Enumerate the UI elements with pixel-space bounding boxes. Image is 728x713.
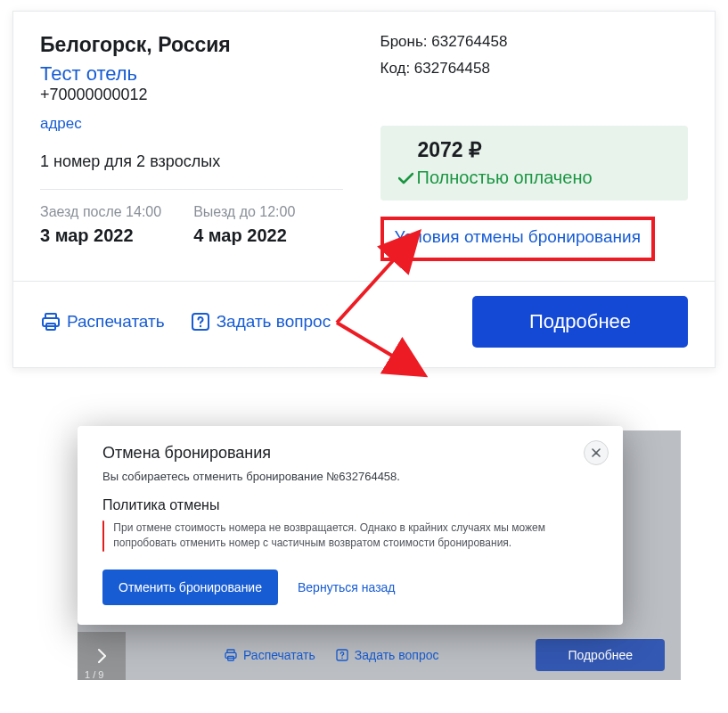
guests-summary: 1 номер для 2 взрослых [40, 152, 343, 171]
print-icon [40, 311, 61, 332]
booking-number: Бронь: 632764458 [380, 33, 689, 51]
svg-rect-1 [43, 318, 59, 326]
close-button[interactable] [584, 440, 609, 465]
divider [40, 189, 343, 190]
modal-title: Отмена бронирования [102, 444, 598, 463]
carousel-count: 1 / 9 [85, 669, 103, 680]
svg-point-11 [341, 658, 343, 660]
ask-question-action-sm[interactable]: Задать вопрос [335, 648, 439, 662]
price: 2072 ₽ [418, 138, 671, 162]
print-action-sm[interactable]: Распечатать [224, 648, 315, 662]
modal-subtitle: Вы собираетесь отменить бронирование №63… [102, 470, 598, 483]
checkout-block: Выезд до 12:00 4 мар 2022 [193, 204, 295, 246]
question-icon [190, 311, 211, 332]
svg-rect-8 [225, 652, 236, 658]
cancel-booking-modal: Отмена бронирования Вы собираетесь отмен… [78, 426, 623, 625]
paid-status-row: Полностью оплачено [398, 168, 671, 188]
paid-status-text: Полностью оплачено [417, 168, 593, 188]
checkin-block: Заезд после 14:00 3 мар 2022 [40, 204, 161, 246]
booking-right: Бронь: 632764458 Код: 632764458 2072 ₽ П… [364, 33, 689, 261]
checkin-label: Заезд после 14:00 [40, 204, 161, 220]
details-button-sm[interactable]: Подробнее [536, 639, 665, 671]
address-link[interactable]: адрес [40, 115, 82, 133]
ask-label: Задать вопрос [217, 312, 331, 332]
hotel-name-link[interactable]: Тест отель [40, 62, 137, 85]
confirm-cancel-button[interactable]: Отменить бронирование [102, 570, 278, 605]
checkin-date: 3 мар 2022 [40, 225, 161, 246]
print-action[interactable]: Распечатать [40, 311, 165, 332]
booking-left: Белогорск, Россия Тест отель +7000000001… [40, 33, 364, 261]
booking-card: Белогорск, Россия Тест отель +7000000001… [12, 11, 716, 368]
policy-text: При отмене стоимость номера не возвращае… [113, 520, 598, 552]
policy-indicator [102, 520, 104, 552]
checkout-label: Выезд до 12:00 [193, 204, 295, 220]
cancel-terms-highlight: Условия отмены бронирования [380, 217, 655, 261]
print-label-sm: Распечатать [243, 648, 315, 662]
question-icon [335, 648, 349, 662]
modal-actions: Отменить бронирование Вернуться назад [102, 570, 598, 605]
details-button[interactable]: Подробнее [472, 296, 688, 348]
cancel-terms-link[interactable]: Условия отмены бронирования [395, 227, 641, 246]
policy-row: При отмене стоимость номера не возвращае… [102, 520, 598, 552]
policy-section-title: Политика отмены [102, 497, 598, 513]
check-icon [398, 172, 413, 184]
phone-number: +70000000012 [40, 86, 343, 104]
ask-question-action[interactable]: Задать вопрос [190, 311, 331, 332]
print-icon [224, 648, 238, 662]
card-actions: Распечатать Задать вопрос Подробнее [13, 282, 715, 367]
location-title: Белогорск, Россия [40, 33, 343, 57]
print-label: Распечатать [67, 312, 165, 332]
go-back-link[interactable]: Вернуться назад [298, 580, 396, 594]
card-body: Белогорск, Россия Тест отель +7000000001… [13, 12, 715, 261]
close-icon [592, 448, 601, 457]
ask-label-sm: Задать вопрос [355, 648, 439, 662]
dates-row: Заезд после 14:00 3 мар 2022 Выезд до 12… [40, 204, 343, 246]
booking-code: Код: 632764458 [380, 60, 689, 78]
backdrop-actions: Распечатать Задать вопрос Подробнее [78, 639, 681, 671]
svg-point-4 [199, 325, 200, 327]
price-box: 2072 ₽ Полностью оплачено [380, 126, 689, 201]
checkout-date: 4 мар 2022 [193, 225, 295, 246]
